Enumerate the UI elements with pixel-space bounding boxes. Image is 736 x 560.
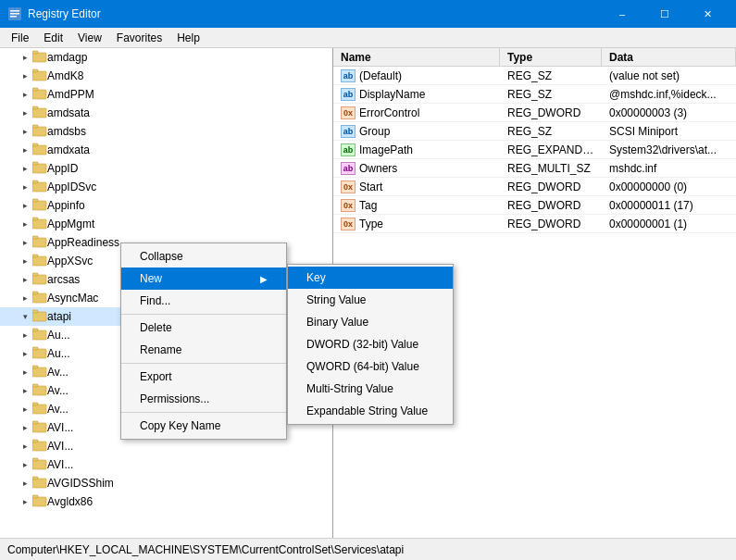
tree-item[interactable]: ▸ Avgldx86 <box>0 492 332 511</box>
context-menu-item-label: Copy Key Name <box>140 419 220 432</box>
svg-rect-2 <box>10 13 19 15</box>
svg-rect-25 <box>32 236 38 239</box>
context-menu-item-collapse[interactable]: Collapse <box>121 245 286 268</box>
value-data-cell: SCSI Miniport <box>602 124 736 139</box>
context-menu-item-rename[interactable]: Rename <box>121 339 286 361</box>
svg-rect-51 <box>32 477 38 479</box>
context-menu-item-label: Rename <box>140 343 181 356</box>
svg-rect-49 <box>32 458 38 461</box>
close-button[interactable]: ✕ <box>686 0 729 28</box>
svg-rect-20 <box>32 201 46 210</box>
value-row[interactable]: ab (Default)REG_SZ(value not set) <box>333 67 736 85</box>
value-row[interactable]: 0x ErrorControlREG_DWORD0x00000003 (3) <box>333 104 736 122</box>
value-row[interactable]: ab ImagePathREG_EXPAND_SZSystem32\driver… <box>333 141 736 159</box>
submenu-item-multistring[interactable]: Multi-String Value <box>288 378 453 400</box>
svg-rect-5 <box>32 51 38 54</box>
menu-help[interactable]: Help <box>169 28 207 48</box>
tree-item[interactable]: ▸ AVI... <box>0 455 332 474</box>
value-row[interactable]: 0x StartREG_DWORD0x00000000 (0) <box>333 178 736 196</box>
value-data-cell: 0x00000000 (0) <box>602 180 736 194</box>
folder-icon <box>32 346 47 362</box>
tree-item-label: AVI... <box>47 458 73 471</box>
value-data-cell: (value not set) <box>602 68 736 83</box>
menu-edit[interactable]: Edit <box>36 28 70 48</box>
submenu-item-binary[interactable]: Binary Value <box>288 311 453 333</box>
tree-item[interactable]: ▸ amdsbs <box>0 122 332 141</box>
tree-item[interactable]: ▸ AVGIDSShim <box>0 474 332 492</box>
svg-rect-8 <box>32 90 46 99</box>
folder-icon <box>32 383 47 399</box>
tree-item[interactable]: ▸ AppIDSvc <box>0 178 332 196</box>
menu-favorites[interactable]: Favorites <box>109 28 169 48</box>
submenu-item-string[interactable]: String Value <box>288 289 453 311</box>
context-menu-separator <box>121 412 286 413</box>
folder-icon <box>32 87 47 103</box>
submenu-item-expandstring[interactable]: Expandable String Value <box>288 400 453 422</box>
context-menu-item-new[interactable]: New▶ <box>121 268 286 290</box>
minimize-button[interactable]: – <box>601 0 643 28</box>
reg-type-icon: ab <box>341 125 356 138</box>
reg-type-icon: ab <box>341 88 356 101</box>
svg-rect-6 <box>32 71 46 81</box>
svg-rect-44 <box>32 423 46 432</box>
folder-icon <box>32 161 47 177</box>
col-header-type: Type <box>500 48 602 66</box>
value-row[interactable]: 0x TagREG_DWORD0x00000011 (17) <box>333 196 736 215</box>
tree-item-label: amdsata <box>47 106 90 119</box>
tree-item[interactable]: ▸ amdsata <box>0 104 332 122</box>
menu-view[interactable]: View <box>70 28 109 48</box>
title-bar: Registry Editor – ☐ ✕ <box>0 0 736 28</box>
svg-rect-37 <box>32 347 38 350</box>
submenu-item-dword[interactable]: DWORD (32-bit) Value <box>288 333 453 355</box>
tree-item-label: arcsas <box>47 273 80 286</box>
svg-rect-17 <box>32 162 38 165</box>
tree-item[interactable]: ▸ AppMgmt <box>0 215 332 233</box>
folder-icon <box>32 439 47 454</box>
menu-file[interactable]: File <box>4 28 36 48</box>
submenu: KeyString ValueBinary ValueDWORD (32-bit… <box>287 264 454 425</box>
value-row[interactable]: 0x TypeREG_DWORD0x00000001 (1) <box>333 215 736 233</box>
maximize-button[interactable]: ☐ <box>643 0 686 28</box>
folder-icon <box>32 180 47 195</box>
svg-rect-38 <box>32 367 46 377</box>
col-header-name: Name <box>333 48 500 66</box>
folder-icon <box>32 365 47 380</box>
svg-rect-50 <box>32 479 46 488</box>
tree-item[interactable]: ▸ AVI... <box>0 437 332 455</box>
value-type-cell: REG_DWORD <box>500 106 602 120</box>
context-menu-item-find[interactable]: Find... <box>121 290 286 312</box>
app-title: Registry Editor <box>28 7 101 20</box>
svg-rect-26 <box>32 256 46 266</box>
tree-item[interactable]: ▸ amdxata <box>0 141 332 159</box>
tree-item[interactable]: ▸ amdagp <box>0 48 332 67</box>
tree-item[interactable]: ▸ AppID <box>0 159 332 178</box>
submenu-item-qword[interactable]: QWORD (64-bit) Value <box>288 355 453 378</box>
svg-rect-52 <box>32 497 46 506</box>
context-menu-item-copykey[interactable]: Copy Key Name <box>121 415 286 437</box>
folder-icon <box>32 68 47 84</box>
context-menu-item-permissions[interactable]: Permissions... <box>121 388 286 410</box>
svg-rect-4 <box>32 53 46 62</box>
tree-item[interactable]: ▸ AmdPPM <box>0 85 332 104</box>
folder-icon <box>32 476 47 492</box>
submenu-item-key[interactable]: Key <box>288 267 453 289</box>
context-menu-item-label: Permissions... <box>140 392 209 405</box>
col-header-data: Data <box>602 48 736 66</box>
tree-item[interactable]: ▸ AmdK8 <box>0 67 332 85</box>
tree-item[interactable]: ▸ Appinfo <box>0 196 332 215</box>
value-row[interactable]: ab DisplayNameREG_SZ@mshdc.inf,%ideck... <box>333 85 736 104</box>
value-type-cell: REG_DWORD <box>500 217 602 231</box>
context-menu-item-export[interactable]: Export <box>121 366 286 388</box>
reg-type-icon: 0x <box>341 199 356 212</box>
value-row[interactable]: ab OwnersREG_MULTI_SZmshdc.inf <box>333 159 736 178</box>
context-menu-item-delete[interactable]: Delete <box>121 317 286 339</box>
reg-type-icon: 0x <box>341 180 356 193</box>
context-menu-separator <box>121 363 286 364</box>
value-row[interactable]: ab GroupREG_SZSCSI Miniport <box>333 122 736 141</box>
value-name-cell: 0x Start <box>333 180 500 194</box>
context-menu-item-label: Export <box>140 370 172 383</box>
context-menu-separator <box>121 314 286 315</box>
svg-rect-3 <box>10 16 17 18</box>
tree-item-label: Av... <box>47 384 69 397</box>
svg-rect-23 <box>32 218 38 220</box>
